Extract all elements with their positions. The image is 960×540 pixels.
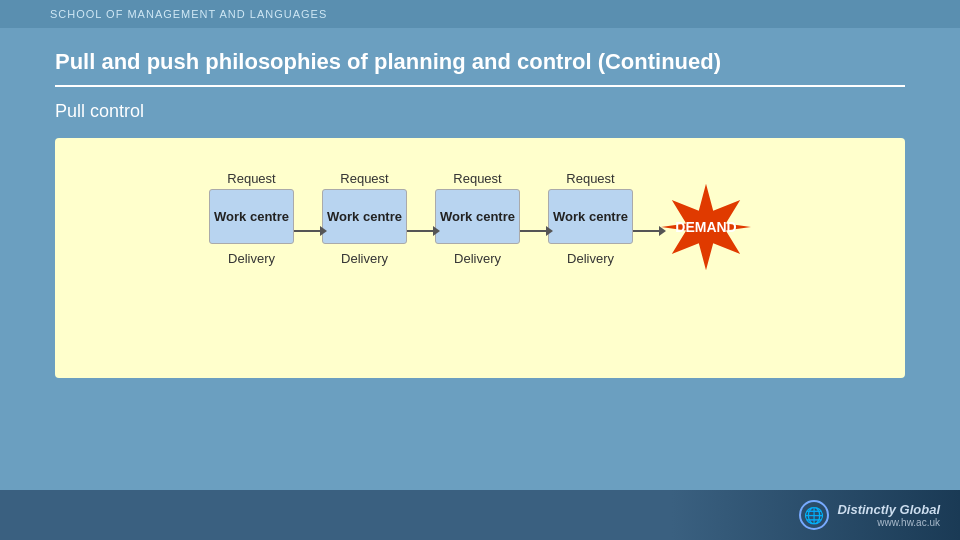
diagram-box: Request Work centre Delivery — [55, 138, 905, 378]
unit-col-2: Request Work centre Delivery — [322, 170, 407, 269]
arrow-4 — [633, 230, 661, 232]
demand-label: DEMAND — [675, 219, 736, 235]
work-centre-box-1: Work centre — [209, 189, 294, 244]
work-centre-box-3: Work centre — [435, 189, 520, 244]
arrow-1 — [294, 230, 322, 232]
top-bar: SCHOOL OF MANAGEMENT AND LANGUAGES — [0, 0, 960, 28]
request-label-4: Request — [566, 171, 614, 186]
arrow-col-4 — [633, 198, 661, 242]
arrow-3 — [520, 230, 548, 232]
bottom-logo: Distinctly Global www.hw.ac.uk — [837, 502, 940, 528]
delivery-label-4: Delivery — [567, 251, 614, 266]
request-label-1: Request — [227, 171, 275, 186]
logo-line1: Distinctly Global — [837, 502, 940, 517]
demand-burst: DEMAND — [661, 182, 751, 272]
school-label: SCHOOL OF MANAGEMENT AND LANGUAGES — [50, 8, 327, 20]
unit-col-1: Request Work centre Delivery — [209, 170, 294, 269]
delivery-label-3: Delivery — [454, 251, 501, 266]
work-centre-box-2: Work centre — [322, 189, 407, 244]
arrow-col-2 — [407, 198, 435, 242]
request-label-3: Request — [453, 171, 501, 186]
arrow-col-1 — [294, 198, 322, 242]
arrow-col-3 — [520, 198, 548, 242]
page-title: Pull and push philosophies of planning a… — [55, 48, 905, 77]
logo-line2: www.hw.ac.uk — [837, 517, 940, 528]
units-row: Request Work centre Delivery — [85, 168, 875, 272]
globe-icon: 🌐 — [799, 500, 829, 530]
unit-col-4: Request Work centre Delivery — [548, 170, 633, 269]
request-label-2: Request — [340, 171, 388, 186]
work-centre-box-4: Work centre — [548, 189, 633, 244]
main-content: Pull and push philosophies of planning a… — [0, 28, 960, 388]
bottom-bar: 🌐 Distinctly Global www.hw.ac.uk — [0, 490, 960, 540]
unit-col-3: Request Work centre Delivery — [435, 170, 520, 269]
divider — [55, 85, 905, 87]
delivery-label-2: Delivery — [341, 251, 388, 266]
arrow-2 — [407, 230, 435, 232]
subtitle: Pull control — [55, 101, 905, 122]
delivery-label-1: Delivery — [228, 251, 275, 266]
